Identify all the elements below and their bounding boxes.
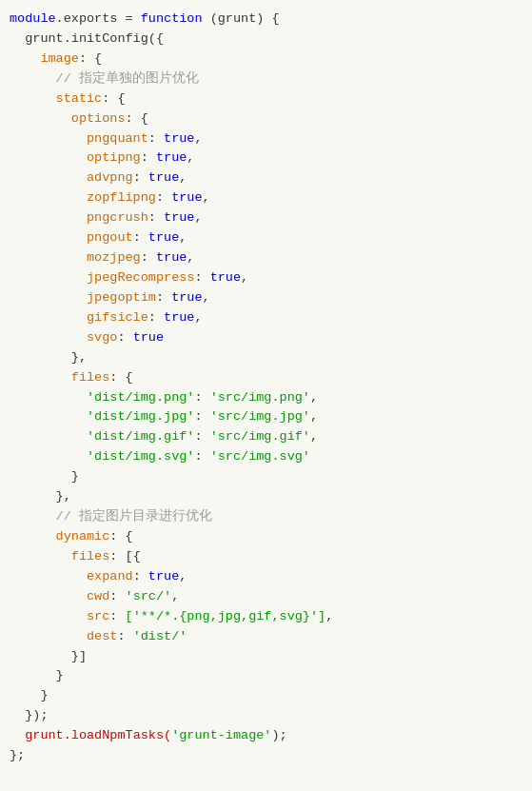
code-line: pngquant: true, [0,129,532,149]
code-token: pngout [10,228,133,248]
code-token: } [10,467,79,487]
code-token: cwd [10,587,109,607]
code-token: , [179,228,187,248]
code-token: optipng [10,148,141,168]
code-token: true [164,308,194,328]
code-editor: module.exports = function (grunt) { grun… [0,0,532,776]
code-line: }, [0,348,532,368]
code-token: pngquant [10,129,148,149]
code-token: : [156,188,171,208]
code-line: options: { [0,109,532,129]
code-token: : [148,129,164,149]
code-token: , [194,129,202,149]
code-line: } [0,467,532,487]
code-token: : [{ [109,547,140,567]
code-token: grunt.initConfig({ [10,30,164,49]
code-line: image: { [0,49,532,69]
code-line: grunt.initConfig({ [0,30,532,49]
code-token: } [10,666,64,686]
code-line: // 指定图片目录进行优化 [0,507,532,527]
code-token: true [171,188,202,208]
code-token: gifsicle [10,308,148,328]
code-line: files: [{ [0,547,532,567]
code-token: , [194,208,202,228]
code-token: : [194,447,209,467]
code-token: , [187,148,194,168]
code-token: 'dist/img.jpg' [10,407,194,427]
code-token: : [156,288,171,308]
code-token: , [241,268,248,288]
code-line: expand: true, [0,567,532,587]
code-token: dest [10,627,117,647]
code-token: , [310,427,318,447]
code-line: // 指定单独的图片优化 [0,69,532,89]
code-token: module [10,10,56,30]
code-token: true [171,288,202,308]
code-token: : [194,388,209,408]
code-token: : [148,208,164,228]
code-token: ); [271,726,286,746]
code-token: : [194,427,209,447]
code-token: files [10,368,109,388]
code-token: 'src/img.jpg' [210,407,310,427]
code-token: : [117,627,132,647]
code-token: jpegRecompress [10,268,194,288]
code-line: cwd: 'src/', [0,587,532,607]
code-token: true [156,148,187,168]
code-token: : { [109,527,132,547]
code-token: : [141,148,156,168]
code-token: true [148,567,179,587]
code-token: (grunt) { [203,10,280,30]
code-token: pngcrush [10,208,148,228]
code-token: true [148,228,179,248]
code-token: , [179,567,187,587]
code-token: ['**/*.{png,jpg,gif,svg}'] [126,607,326,627]
code-line: zopflipng: true, [0,188,532,208]
code-line: }, [0,487,532,507]
code-line: 'dist/img.svg': 'src/img.svg' [0,447,532,467]
code-line: dynamic: { [0,527,532,547]
code-token: , [310,407,318,427]
code-token: // 指定图片目录进行优化 [10,507,212,527]
code-token: jpegoptim [10,288,156,308]
code-line: } [0,686,532,706]
code-token: : { [102,89,125,109]
code-token: zopflipng [10,188,156,208]
code-token: : { [79,49,102,69]
code-line: mozjpeg: true, [0,248,532,268]
code-token: 'dist/img.gif' [10,427,194,447]
code-token: , [203,188,210,208]
code-token: 'dist/img.png' [10,388,194,408]
code-token: }; [10,746,25,766]
code-token: , [187,248,194,268]
code-token: : [117,328,132,348]
code-line: src: ['**/*.{png,jpg,gif,svg}'], [0,607,532,627]
code-token: : { [126,109,148,129]
code-token: : [194,268,209,288]
code-token: image [10,49,79,69]
code-token: 'dist/' [133,627,187,647]
code-token: }, [10,487,71,507]
code-token: }); [10,706,49,726]
code-line: advpng: true, [0,168,532,188]
code-token: : [133,228,148,248]
code-line: svgo: true [0,328,532,348]
code-line: dest: 'dist/' [0,627,532,647]
code-token: true [133,328,164,348]
code-token: : [109,587,125,607]
code-token: : [194,407,209,427]
code-line: }; [0,746,532,766]
code-line: pngcrush: true, [0,208,532,228]
code-token: : [133,168,148,188]
code-line: optipng: true, [0,148,532,168]
code-line: static: { [0,89,532,109]
code-token: static [10,89,102,109]
code-token: : [133,567,148,587]
code-token: , [194,308,202,328]
code-token: , [171,587,179,607]
code-line: jpegRecompress: true, [0,268,532,288]
code-token: : [109,607,125,627]
code-line: grunt.loadNpmTasks('grunt-image'); [0,726,532,746]
code-line: jpegoptim: true, [0,288,532,308]
code-line: 'dist/img.jpg': 'src/img.jpg', [0,407,532,427]
